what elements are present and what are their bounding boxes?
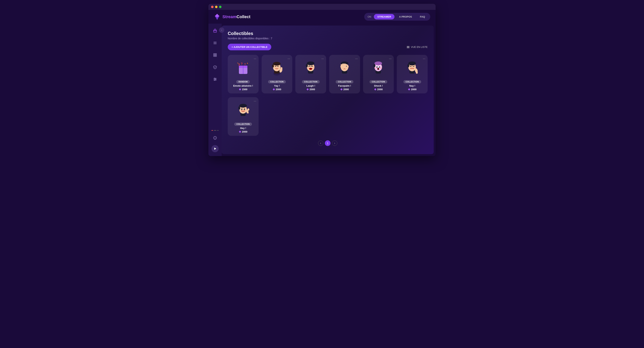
- page-subtitle: Nombre de collectibles disponibles : 7: [228, 37, 428, 40]
- main-layout: ›: [208, 24, 436, 156]
- card-menu-yay[interactable]: ···: [288, 57, 290, 60]
- header: StreamCollect ON STREAMER A PROPOS FAQ: [208, 10, 436, 24]
- svg-point-67: [376, 66, 377, 66]
- card-price-random: 1500: [239, 88, 248, 91]
- svg-point-70: [378, 68, 379, 70]
- card-price-nay: 2000: [408, 88, 416, 91]
- nav-streamer-button[interactable]: STREAMER: [374, 14, 394, 19]
- card-nay[interactable]: ···: [397, 55, 428, 93]
- svg-point-44: [306, 64, 308, 67]
- card-image-random: ? ? ? ✦ ✦: [230, 57, 256, 78]
- sidebar-bottom: [212, 130, 219, 152]
- pagination-next-button[interactable]: ›: [332, 140, 337, 146]
- nav-apropos-button[interactable]: A PROPOS: [396, 14, 415, 19]
- card-image-yay: [264, 57, 290, 78]
- svg-rect-7: [214, 43, 216, 43]
- sidebar: ›: [208, 24, 222, 156]
- svg-rect-9: [214, 53, 215, 55]
- svg-rect-11: [214, 55, 215, 56]
- card-menu-laugh[interactable]: ···: [322, 57, 324, 60]
- svg-point-72: [380, 67, 382, 69]
- diamond-icon-shock: [374, 88, 376, 91]
- sidebar-collapse-button[interactable]: ›: [219, 27, 224, 33]
- pagination-prev-button[interactable]: ‹: [318, 140, 323, 146]
- card-shock[interactable]: ···: [363, 55, 394, 93]
- card-badge-yay: COLLECTION: [268, 80, 286, 83]
- maximize-button[interactable]: [219, 6, 222, 8]
- svg-text:?: ?: [244, 63, 246, 66]
- svg-rect-23: [407, 46, 410, 46]
- sidebar-icon-user[interactable]: [212, 145, 219, 152]
- card-badge-hey: COLLECTION: [234, 123, 252, 126]
- logo-icon: [214, 13, 220, 20]
- sidebar-icon-grid[interactable]: [212, 52, 218, 58]
- window-chrome: [208, 4, 436, 10]
- list-view-icon: [406, 45, 410, 49]
- svg-point-76: [407, 64, 409, 67]
- card-image-laugh: [298, 57, 324, 78]
- diamond-icon-nay: [408, 88, 410, 91]
- svg-point-40: [280, 67, 282, 69]
- pagination-page-1-button[interactable]: 1: [325, 140, 330, 146]
- cards-grid-row2: ···: [228, 97, 428, 136]
- sidebar-icon-info[interactable]: [212, 134, 218, 141]
- svg-rect-53: [342, 63, 343, 67]
- sidebar-icon-sliders[interactable]: [212, 76, 218, 83]
- card-menu-hey[interactable]: ···: [254, 99, 256, 103]
- card-image-facepalm: [332, 57, 358, 78]
- nav-faq-button[interactable]: FAQ: [416, 14, 428, 19]
- svg-point-85: [241, 108, 242, 110]
- svg-point-87: [241, 109, 242, 109]
- sidebar-icon-box[interactable]: [212, 27, 218, 34]
- diamond-icon: [239, 88, 241, 91]
- card-name-laugh: Laugh !: [306, 84, 315, 87]
- svg-point-61: [374, 61, 382, 65]
- svg-point-83: [239, 104, 247, 108]
- add-collectible-button[interactable]: + AJOUTER UN COLLECTIBLE: [228, 44, 271, 50]
- svg-rect-55: [345, 63, 346, 67]
- svg-rect-8: [214, 44, 216, 44]
- card-menu-facepalm[interactable]: ···: [355, 57, 358, 60]
- nav-bar: ON STREAMER A PROPOS FAQ: [364, 13, 430, 21]
- card-badge-nay: COLLECTION: [404, 80, 421, 83]
- svg-marker-22: [214, 148, 216, 150]
- card-yay[interactable]: ···: [262, 55, 292, 93]
- svg-point-45: [309, 68, 312, 70]
- pagination: ‹ 1 ›: [228, 140, 428, 146]
- svg-point-62: [374, 64, 376, 67]
- sidebar-icon-list[interactable]: [212, 39, 218, 46]
- card-badge-shock: COLLECTION: [370, 80, 387, 83]
- card-hey[interactable]: ···: [228, 97, 258, 136]
- card-price-shock: 2000: [374, 88, 383, 91]
- diamond-icon-yay: [273, 88, 275, 91]
- svg-point-37: [273, 62, 280, 66]
- svg-point-38: [272, 64, 274, 67]
- svg-point-46: [308, 67, 309, 69]
- svg-point-18: [214, 80, 215, 81]
- svg-point-86: [244, 108, 245, 110]
- svg-point-75: [408, 61, 416, 65]
- card-menu-nay[interactable]: ···: [423, 57, 425, 60]
- card-name-random: Emote aléatoire !: [233, 84, 253, 87]
- card-price-yay: 2000: [273, 88, 281, 91]
- svg-point-17: [215, 79, 216, 80]
- svg-rect-52: [341, 64, 342, 67]
- toolbar: + AJOUTER UN COLLECTIBLE VUE EN LISTE: [228, 44, 428, 50]
- close-button[interactable]: [211, 6, 214, 8]
- minimize-button[interactable]: [215, 6, 218, 8]
- svg-rect-25: [407, 48, 410, 48]
- card-random[interactable]: ··· ? ? ? ✦ ✦: [228, 55, 258, 93]
- sidebar-icon-shield[interactable]: [212, 64, 218, 70]
- card-facepalm[interactable]: ···: [329, 55, 360, 93]
- card-menu-random[interactable]: ···: [254, 57, 256, 60]
- card-name-shock: Shock !: [374, 84, 383, 87]
- svg-rect-10: [215, 53, 216, 55]
- card-price-laugh: 2000: [306, 88, 315, 91]
- view-list-button[interactable]: VUE EN LISTE: [406, 45, 428, 49]
- svg-rect-12: [215, 55, 216, 56]
- card-laugh[interactable]: ···: [295, 55, 326, 93]
- svg-point-71: [375, 67, 376, 69]
- svg-point-47: [312, 67, 314, 69]
- card-menu-shock[interactable]: ···: [389, 57, 392, 60]
- card-price-hey: 2000: [239, 130, 248, 133]
